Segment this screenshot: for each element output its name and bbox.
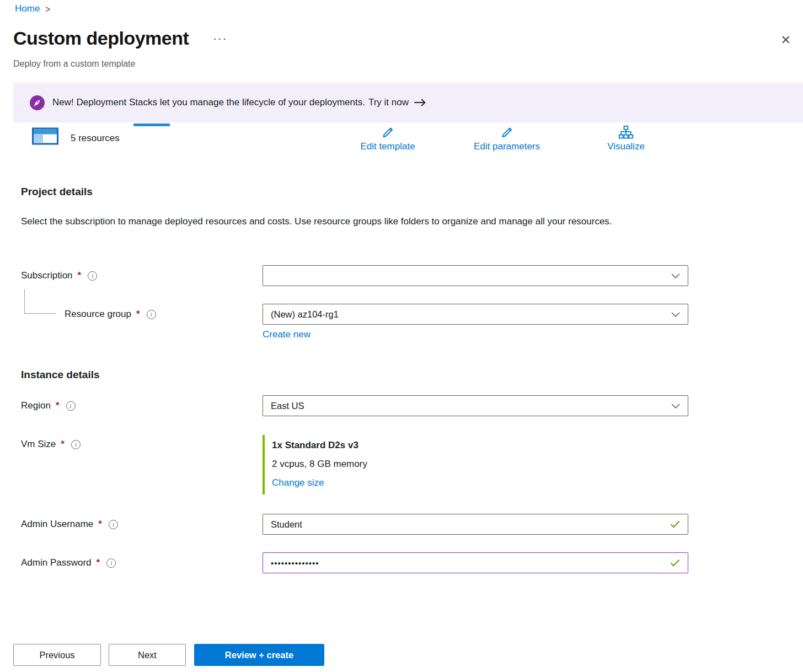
resource-group-value: (New) az104-rg1 <box>271 309 339 320</box>
admin-username-label: Admin Username * i <box>21 519 118 530</box>
deployment-stacks-banner: New! Deployment Stacks let you manage th… <box>13 83 803 122</box>
breadcrumb-home-link[interactable]: Home <box>15 3 40 14</box>
info-icon[interactable]: i <box>109 520 118 529</box>
rocket-icon <box>30 95 45 110</box>
edit-parameters-button[interactable]: Edit parameters <box>460 125 554 152</box>
admin-password-input[interactable]: •••••••••••••• <box>263 552 688 573</box>
vm-size-label: Vm Size * i <box>21 439 81 450</box>
banner-try-it-now-link[interactable]: Try it now <box>368 97 409 108</box>
edit-parameters-label: Edit parameters <box>474 141 540 152</box>
create-new-link[interactable]: Create new <box>263 329 311 340</box>
subscription-label-text: Subscription <box>21 270 73 281</box>
required-asterisk: * <box>136 309 140 320</box>
project-details-description: Select the subscription to manage deploy… <box>21 213 655 230</box>
admin-username-label-text: Admin Username <box>21 519 93 530</box>
info-icon[interactable]: i <box>88 271 97 281</box>
custom-deployment-page: Home > Custom deployment ··· ✕ Deploy fr… <box>0 0 803 672</box>
vm-size-value: 1x Standard D2s v3 <box>272 436 367 455</box>
template-resources-icon <box>32 126 58 147</box>
admin-username-input[interactable]: Student <box>263 514 688 535</box>
region-dropdown[interactable]: East US <box>263 395 688 416</box>
vm-size-label-text: Vm Size <box>21 439 56 450</box>
required-asterisk: * <box>98 519 102 530</box>
info-icon[interactable]: i <box>71 440 81 449</box>
visualize-button[interactable]: Visualize <box>579 125 673 152</box>
vm-size-specs: 2 vcpus, 8 GB memory <box>272 455 367 474</box>
template-summary: 5 resources <box>32 126 120 147</box>
edit-template-label: Edit template <box>360 141 415 152</box>
region-label: Region * i <box>21 400 76 411</box>
clipped-text-fragment <box>133 123 170 126</box>
vm-size-summary: 1x Standard D2s v3 2 vcpus, 8 GB memory … <box>263 435 367 494</box>
breadcrumb: Home > <box>15 3 50 14</box>
resource-group-dropdown[interactable]: (New) az104-rg1 <box>263 304 688 325</box>
arrow-right-icon[interactable] <box>414 99 426 106</box>
chevron-down-icon <box>671 312 680 317</box>
next-button[interactable]: Next <box>109 644 186 666</box>
breadcrumb-chevron-icon: > <box>45 3 50 14</box>
more-options-button[interactable]: ··· <box>213 32 227 45</box>
page-title: Custom deployment <box>13 28 189 49</box>
project-details-heading: Project details <box>21 186 93 198</box>
instance-details-heading: Instance details <box>21 369 100 381</box>
resources-count-label: 5 resources <box>71 128 120 144</box>
previous-button[interactable]: Previous <box>13 644 101 666</box>
close-button[interactable]: ✕ <box>781 34 791 46</box>
info-icon[interactable]: i <box>66 401 76 411</box>
checkmark-icon <box>670 559 680 567</box>
admin-password-label-text: Admin Password <box>21 557 92 568</box>
required-asterisk: * <box>97 557 100 568</box>
required-asterisk: * <box>78 270 82 281</box>
resource-group-label: Resource group * i <box>65 309 156 320</box>
admin-username-value: Student <box>271 519 302 530</box>
region-value: East US <box>271 401 304 411</box>
diagram-icon <box>618 125 634 140</box>
checkmark-icon <box>670 520 680 528</box>
info-icon[interactable]: i <box>106 558 116 568</box>
edit-template-button[interactable]: Edit template <box>341 125 435 152</box>
page-subtitle: Deploy from a custom template <box>13 59 135 69</box>
visualize-label: Visualize <box>607 141 645 152</box>
subscription-dropdown[interactable] <box>263 265 688 286</box>
admin-password-value: •••••••••••••• <box>271 558 319 568</box>
required-asterisk: * <box>56 400 60 411</box>
resource-group-label-text: Resource group <box>65 309 131 320</box>
change-size-link[interactable]: Change size <box>272 477 324 488</box>
pencil-icon <box>499 125 515 140</box>
field-connector-line <box>24 289 56 314</box>
admin-password-label: Admin Password * i <box>21 557 116 568</box>
header: Custom deployment ··· <box>13 28 227 49</box>
banner-message: New! Deployment Stacks let you manage th… <box>52 97 365 108</box>
info-icon[interactable]: i <box>147 310 156 319</box>
region-label-text: Region <box>21 400 51 411</box>
pencil-icon <box>379 125 396 140</box>
chevron-down-icon <box>671 273 680 278</box>
chevron-down-icon <box>671 404 680 408</box>
review-create-button[interactable]: Review + create <box>194 644 324 666</box>
subscription-label: Subscription * i <box>21 270 97 281</box>
required-asterisk: * <box>61 439 65 450</box>
